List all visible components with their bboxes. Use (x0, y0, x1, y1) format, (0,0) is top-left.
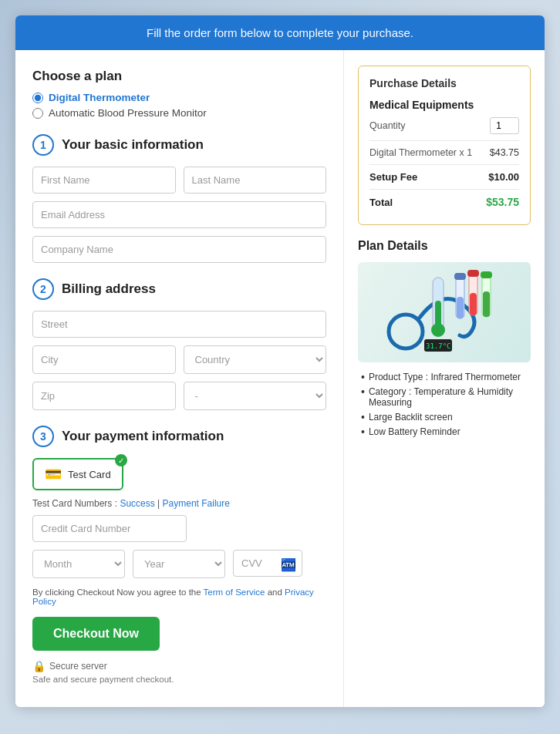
company-input[interactable] (32, 236, 326, 263)
plan-label-bp: Automatic Blood Pressure Monitor (49, 107, 207, 119)
cvv-card-icon: 🏧 (281, 557, 296, 571)
year-select[interactable]: Year 2024202520262027 202820292030 (133, 550, 225, 578)
setup-label: Setup Fee (369, 171, 417, 183)
city-input[interactable] (32, 345, 176, 374)
payment-method-label: Test Card (68, 469, 111, 480)
svg-text:31.7°C: 31.7°C (426, 342, 451, 350)
street-row (32, 311, 326, 338)
test-card-label: Test Card Numbers : (32, 498, 117, 509)
zip-input[interactable] (32, 382, 176, 410)
item-label: Digital Thermometer x 1 (369, 147, 472, 158)
secure-sub: Safe and secure payment checkout. (32, 675, 326, 684)
failure-link[interactable]: Payment Failure (163, 498, 230, 509)
pd-subtitle: Medical Equipments (369, 99, 519, 111)
quantity-row: Quantity (369, 117, 519, 134)
svg-rect-12 (481, 271, 492, 278)
checkout-button[interactable]: Checkout Now (32, 617, 160, 651)
secure-label: Secure server (49, 661, 107, 672)
plan-details-title: Plan Details (358, 239, 531, 253)
left-panel: Choose a plan Digital Thermometer Automa… (15, 50, 344, 707)
banner-text: Fill the order form below to complete yo… (147, 26, 413, 39)
svg-rect-11 (467, 270, 479, 277)
last-name-input[interactable] (184, 167, 327, 194)
first-name-input[interactable] (32, 167, 176, 194)
step3-title: Your payment information (62, 429, 224, 444)
email-row (32, 201, 326, 228)
country-select[interactable]: Country United States United Kingdom Can… (184, 345, 327, 374)
main-container: Fill the order form below to complete yo… (15, 15, 545, 707)
svg-point-0 (389, 315, 423, 348)
tos-link[interactable]: Term of Service (204, 588, 265, 597)
medical-image: 31.7°C (358, 262, 531, 362)
cvv-wrapper: 🏧 (233, 550, 302, 578)
name-row (32, 167, 326, 194)
plan-label-digital: Digital Thermometer (49, 92, 150, 103)
feature-2: • Category : Temperature & Humidity Meas… (361, 386, 531, 408)
cc-row (32, 515, 326, 542)
plan-radio-bp[interactable] (32, 108, 43, 119)
plan-option-1: Digital Thermometer (32, 92, 326, 103)
top-banner: Fill the order form below to complete yo… (15, 15, 545, 50)
svg-rect-9 (483, 291, 490, 317)
total-row: Total $53.75 (369, 196, 519, 208)
plan-section: Choose a plan Digital Thermometer Automa… (32, 69, 326, 119)
lock-icon: 🔒 (32, 660, 46, 672)
quantity-input[interactable] (490, 117, 519, 134)
right-panel: Purchase Details Medical Equipments Quan… (344, 50, 545, 707)
company-row (32, 236, 326, 263)
zip-state-row: - ALCANYTX (32, 382, 326, 410)
secure-line: 🔒 Secure server (32, 660, 326, 672)
item-row: Digital Thermometer x 1 $43.75 (369, 147, 519, 158)
terms-separator: and (268, 588, 285, 597)
feature-4: • Low Battery Reminder (361, 426, 531, 437)
step2-circle: 2 (32, 278, 54, 300)
step1-header: 1 Your basic information (32, 134, 326, 156)
item-price: $43.75 (490, 147, 519, 158)
success-link[interactable]: Success (120, 498, 154, 509)
step1-title: Your basic information (62, 137, 204, 153)
plan-option-2: Automatic Blood Pressure Monitor (32, 107, 326, 119)
plan-features: • Product Type : Infrared Thermometer • … (358, 372, 531, 437)
card-icon: 💳 (45, 466, 62, 483)
plan-radio-digital[interactable] (32, 93, 43, 103)
feature-3: • Large Backlit screen (361, 412, 531, 423)
total-label: Total (369, 197, 393, 208)
state-select[interactable]: - ALCANYTX (184, 382, 327, 410)
svg-rect-10 (454, 273, 466, 280)
terms-prefix: By clicking Checkout Now you agree to th… (32, 588, 204, 597)
month-select[interactable]: Month 01020304 05060708 09101112 (32, 550, 125, 578)
step3-header: 3 Your payment information (32, 426, 326, 447)
step2-title: Billing address (62, 281, 156, 297)
svg-rect-7 (470, 293, 477, 315)
payment-method-box[interactable]: 💳 Test Card ✓ (32, 458, 123, 490)
expiry-cvv-row: Month 01020304 05060708 09101112 Year 20… (32, 550, 326, 578)
setup-price: $10.00 (488, 171, 519, 183)
plan-section-title: Choose a plan (32, 69, 326, 84)
quantity-label: Quantity (369, 120, 406, 131)
main-content: Choose a plan Digital Thermometer Automa… (15, 50, 545, 707)
test-card-line: Test Card Numbers : Success | Payment Fa… (32, 498, 326, 509)
total-price: $53.75 (486, 196, 519, 208)
purchase-details-box: Purchase Details Medical Equipments Quan… (358, 66, 531, 225)
feature-1: • Product Type : Infrared Thermometer (361, 372, 531, 382)
city-country-row: Country United States United Kingdom Can… (32, 345, 326, 374)
payment-check-icon: ✓ (115, 454, 127, 466)
pd-title: Purchase Details (369, 77, 519, 89)
street-input[interactable] (32, 311, 326, 338)
svg-rect-5 (457, 297, 464, 318)
credit-card-input[interactable] (32, 515, 187, 542)
svg-point-3 (431, 323, 445, 337)
step2-header: 2 Billing address (32, 278, 326, 300)
email-input[interactable] (32, 201, 326, 228)
setup-row: Setup Fee $10.00 (369, 171, 519, 183)
step1-circle: 1 (32, 134, 54, 156)
step3-circle: 3 (32, 426, 54, 447)
terms-line: By clicking Checkout Now you agree to th… (32, 588, 326, 606)
